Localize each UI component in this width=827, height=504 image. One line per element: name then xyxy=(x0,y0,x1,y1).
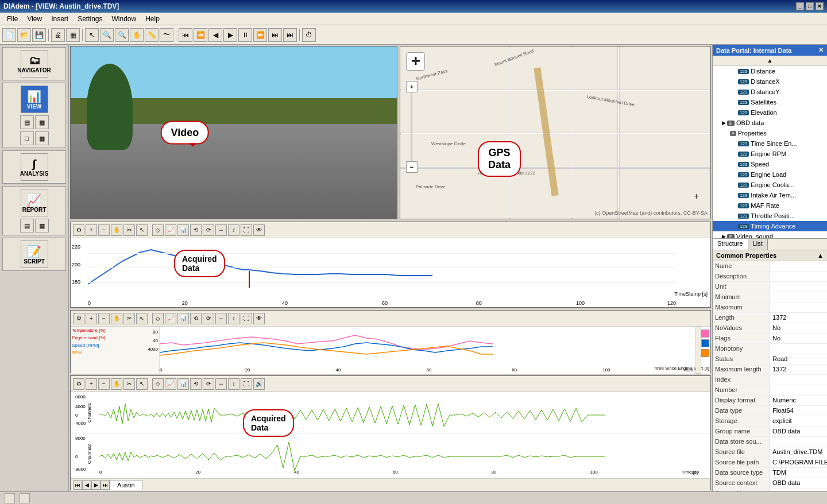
report-btn-1[interactable]: ▤ xyxy=(20,219,34,232)
audio-nav-begin[interactable]: ⏮ xyxy=(73,480,82,490)
audio-nav-prev[interactable]: ◀ xyxy=(82,480,91,490)
mc-tool-shape[interactable]: ◇ xyxy=(152,313,164,324)
toolbar-print[interactable]: 🖨 xyxy=(51,28,65,42)
audio-tool-6[interactable]: ⟳ xyxy=(203,378,214,390)
mc-tool-cut[interactable]: ✂ xyxy=(123,313,135,324)
analysis-button[interactable]: ∫ ANALYSIS xyxy=(21,153,48,181)
tree-item-distancey[interactable]: 123 DistanceY xyxy=(713,87,827,97)
mc-tool-pan[interactable]: ✋ xyxy=(111,313,122,324)
toolbar-new[interactable]: 📄 xyxy=(2,28,16,42)
audio-nav-end[interactable]: ⏭ xyxy=(101,480,110,490)
tree-item-distance[interactable]: 123 Distance xyxy=(713,66,827,76)
tree-item-timing[interactable]: 123 Timing Advance xyxy=(713,221,827,231)
mc-tool-line[interactable]: 📈 xyxy=(165,313,176,324)
toolbar-grid[interactable]: ▦ xyxy=(66,28,80,42)
elev-tool-8[interactable]: ⛶ xyxy=(241,224,252,236)
mc-tool-8[interactable]: ↕ xyxy=(228,313,239,324)
menu-help[interactable]: Help xyxy=(141,14,164,24)
audio-tool-7[interactable]: ↔ xyxy=(215,378,227,390)
elev-tool-shape[interactable]: ◇ xyxy=(152,224,164,236)
elev-tool-line[interactable]: 📈 xyxy=(165,224,176,236)
map-zoom-in[interactable]: + xyxy=(406,81,418,92)
menu-file[interactable]: File xyxy=(2,14,22,24)
audio-tool-5[interactable]: ⟲ xyxy=(190,378,202,390)
tree-item-throttle[interactable]: 123 Throttle Positi... xyxy=(713,211,827,221)
tree-item-obd[interactable]: ▶ ⊞ OBD data xyxy=(713,118,827,128)
audio-tool-pan[interactable]: ✋ xyxy=(111,378,122,390)
elev-tool-1[interactable]: ⚙ xyxy=(73,224,84,236)
tree-scroll-up[interactable]: ▲ xyxy=(713,56,827,66)
mc-tool-7[interactable]: ↔ xyxy=(215,313,227,324)
script-button[interactable]: 📝 SCRIPT xyxy=(21,241,48,268)
mc-tool-1[interactable]: ⚙ xyxy=(73,313,84,324)
elev-tool-3[interactable]: − xyxy=(98,224,110,236)
mc-tool-bar[interactable]: 📊 xyxy=(177,313,189,324)
mc-tool-hide[interactable]: 👁 xyxy=(253,313,265,324)
toolbar-back[interactable]: ◀ xyxy=(208,28,222,42)
view-btn-3[interactable]: □ xyxy=(20,131,34,145)
toolbar-prev[interactable]: ⏪ xyxy=(194,28,207,42)
tree-item-elevation[interactable]: 123 Elevation xyxy=(713,107,827,118)
map-zoom-out[interactable]: − xyxy=(406,161,418,173)
toolbar-begin[interactable]: ⏮ xyxy=(179,28,192,42)
toolbar-wave[interactable]: 〜 xyxy=(160,28,173,42)
map-add-marker[interactable]: + xyxy=(694,191,699,201)
audio-tool-3[interactable]: − xyxy=(98,378,110,390)
elev-tool-hide[interactable]: 👁 xyxy=(253,224,265,236)
elev-tool-bar[interactable]: 📊 xyxy=(177,224,189,236)
mc-tool-2[interactable]: + xyxy=(86,313,97,324)
tree-item-enginerpm[interactable]: 123 Engine RPM xyxy=(713,149,827,159)
elev-tool-6[interactable]: ↔ xyxy=(215,224,227,236)
tree-tab-list[interactable]: List xyxy=(748,239,768,250)
audio-tool-bar[interactable]: 📊 xyxy=(177,378,189,390)
tree-item-videosound[interactable]: ▶ ⊞ Video_sound xyxy=(713,231,827,239)
toolbar-pan[interactable]: ✋ xyxy=(130,28,144,42)
audio-tool-shape[interactable]: ◇ xyxy=(152,378,164,390)
tree-item-enginecool[interactable]: 123 Engine Coola... xyxy=(713,180,827,190)
toolbar-zoom-out[interactable]: 🔍 xyxy=(115,28,129,42)
toolbar-open[interactable]: 📂 xyxy=(17,28,31,42)
menu-settings[interactable]: Settings xyxy=(73,14,107,24)
view-btn-2[interactable]: ▦ xyxy=(35,115,49,129)
report-button[interactable]: 📈 REPORT xyxy=(21,189,48,216)
menu-window[interactable]: Window xyxy=(107,14,141,24)
tree-item-intakeair[interactable]: 123 Intake Air Tem... xyxy=(713,190,827,200)
audio-tool-1[interactable]: ⚙ xyxy=(73,378,84,390)
navigator-button[interactable]: 🗂 NAVIGATOR xyxy=(21,50,48,77)
mc-tool-9[interactable]: ⛶ xyxy=(241,313,252,324)
report-btn-2[interactable]: ▦ xyxy=(35,219,49,232)
toolbar-zoom-in[interactable]: 🔍 xyxy=(100,28,114,42)
tree-tab-structure[interactable]: Structure xyxy=(713,239,748,250)
menu-insert[interactable]: Insert xyxy=(47,14,73,24)
mc-scrollbar[interactable] xyxy=(695,327,701,374)
elev-tool-5[interactable]: ⟳ xyxy=(203,224,214,236)
audio-tool-9[interactable]: ⛶ xyxy=(241,378,252,390)
elev-tool-cut[interactable]: ✂ xyxy=(123,224,135,236)
audio-tool-speaker[interactable]: 🔊 xyxy=(253,378,265,390)
audio-tool-line[interactable]: 📈 xyxy=(165,378,176,390)
mc-tool-5[interactable]: ⟲ xyxy=(190,313,202,324)
audio-tool-cut[interactable]: ✂ xyxy=(123,378,135,390)
toolbar-end[interactable]: ⏭ xyxy=(283,28,297,42)
menu-view[interactable]: View xyxy=(22,14,47,24)
view-button[interactable]: 📊 VIEW xyxy=(21,86,48,113)
elev-tool-axis[interactable]: ⟲ xyxy=(190,224,202,236)
audio-tool-cursor[interactable]: ↖ xyxy=(136,378,148,390)
audio-tool-2[interactable]: + xyxy=(86,378,97,390)
tree-item-properties[interactable]: ≡ Properties xyxy=(713,128,827,138)
tree-item-speed[interactable]: 123 Speed xyxy=(713,159,827,169)
map-compass[interactable]: ✛ xyxy=(406,52,425,71)
close-button[interactable]: ✕ xyxy=(816,2,824,10)
toolbar-next[interactable]: ⏭ xyxy=(268,28,282,42)
toolbar-forward[interactable]: ⏩ xyxy=(253,28,267,42)
toolbar-measure[interactable]: 📏 xyxy=(145,28,159,42)
elev-tool-2[interactable]: + xyxy=(86,224,97,236)
tree-item-engineload[interactable]: 123 Engine Load xyxy=(713,169,827,180)
view-btn-1[interactable]: ▤ xyxy=(20,115,34,129)
toolbar-clock[interactable]: ⏱ xyxy=(302,28,316,42)
audio-tab-austin[interactable]: Austin xyxy=(110,480,142,490)
cp-expand[interactable]: ▲ xyxy=(817,252,824,259)
view-btn-4[interactable]: ▦ xyxy=(35,131,49,145)
data-portal-close[interactable]: ✕ xyxy=(818,46,824,54)
tree-item-satellites[interactable]: 123 Satellites xyxy=(713,97,827,107)
